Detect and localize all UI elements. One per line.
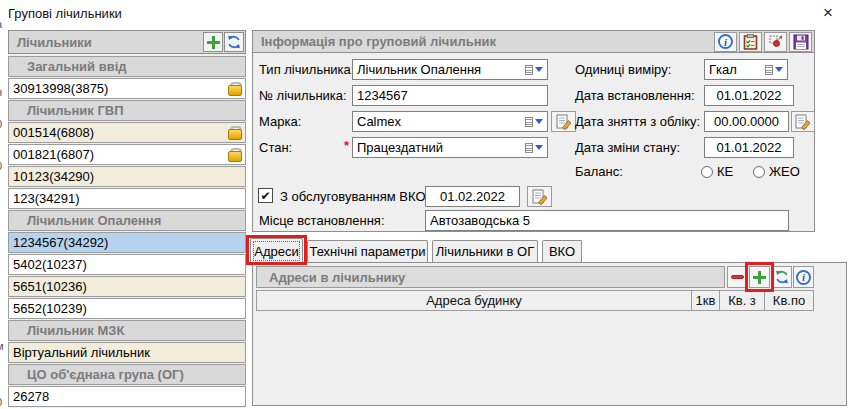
tab-tech-params[interactable]: Технічні параметри [307, 240, 428, 262]
radio-icon [753, 166, 765, 178]
meter-number-input[interactable]: 1234567 [352, 85, 548, 106]
sidebar-meter-item[interactable]: 5652(10239) [8, 298, 246, 319]
refresh-icon [227, 35, 241, 49]
state-label: Стан: [259, 140, 292, 155]
info-panel-header: Інформація про груповий лічильник i [253, 31, 814, 53]
edit-icon [556, 114, 572, 130]
edge-fragment: 0 [0, 160, 2, 172]
lock-icon [228, 82, 240, 96]
edge-fragment: н [0, 86, 2, 98]
addresses-table-body-empty [256, 311, 843, 402]
balance-radio-ke[interactable]: КЕ [701, 164, 733, 179]
tab-vko[interactable]: ВКО [542, 240, 582, 262]
location-input[interactable]: Автозаводська 5 [425, 210, 789, 231]
close-icon[interactable]: × [818, 3, 838, 23]
minus-icon [731, 275, 744, 279]
delete-address-button[interactable] [727, 266, 748, 288]
dropdown-icon[interactable] [525, 117, 543, 127]
save-button[interactable] [789, 32, 812, 52]
edit-vko-date-button[interactable] [527, 186, 552, 207]
node-link-icon [768, 34, 784, 50]
type-label: Тип лічильника: [259, 62, 354, 77]
meter-info-panel: Інформація про груповий лічильник i [252, 30, 815, 232]
add-address-button[interactable] [749, 266, 770, 288]
info-panel-title: Інформація про груповий лічильник [253, 34, 714, 49]
group-meters-window: Групові лічильники × а н 0 0 м 0 Лічильн… [0, 0, 854, 409]
sidebar-meter-item[interactable]: 5651(10236) [8, 276, 246, 297]
edit-brand-button[interactable] [551, 111, 576, 132]
brand-combobox[interactable]: Calmex [352, 111, 548, 132]
vko-date-input[interactable]: 01.02.2022 [425, 186, 520, 207]
edge-fragment: а [0, 18, 2, 30]
edit-icon [795, 114, 811, 130]
sidebar-group-header: Лічильник ГВП [8, 100, 246, 121]
radio-icon [701, 166, 713, 178]
check-icon: ✔ [260, 190, 270, 202]
vko-checkbox-label: З обслуговуванням ВКО [280, 189, 426, 204]
state-change-date-input[interactable]: 01.01.2022 [704, 137, 794, 158]
column-header-kv-to[interactable]: Кв.по [764, 290, 814, 311]
units-combobox[interactable]: Гкал [704, 59, 788, 80]
save-icon [793, 34, 809, 50]
sidebar-meter-item[interactable]: 10123(34290) [8, 166, 246, 187]
sidebar-group-header: Лічильник Опалення [8, 210, 246, 231]
meter-number-label: № лічильника: [259, 88, 347, 103]
column-header-1kv[interactable]: 1кв [691, 290, 720, 311]
balance-label: Баланс: [575, 164, 623, 179]
edit-icon [532, 189, 548, 205]
balance-radio-zheo[interactable]: ЖЕО [753, 164, 800, 179]
add-meter-button[interactable] [203, 32, 223, 52]
install-date-input[interactable]: 01.01.2022 [704, 85, 794, 106]
brand-label: Марка: [259, 114, 301, 129]
dropdown-icon[interactable] [525, 65, 543, 75]
meters-sidebar: Лічильники Загальний ввід 30913998(3875)… [8, 30, 246, 408]
state-change-date-label: Дата зміни стану: [575, 140, 680, 155]
sidebar-title: Лічильники [9, 35, 203, 50]
refresh-icon [775, 270, 789, 284]
refresh-meters-button[interactable] [224, 32, 244, 52]
sidebar-meter-item[interactable]: Віртуальний лічильник [8, 342, 246, 363]
sidebar-meter-item[interactable]: 30913998(3875) [8, 78, 246, 99]
sidebar-meter-item[interactable]: 5402(10237) [8, 254, 246, 275]
sidebar-group-header: Загальний ввід [8, 56, 246, 77]
edge-fragment: м [0, 340, 4, 352]
sidebar-meter-item[interactable]: 26278 [8, 386, 246, 407]
lock-icon [228, 148, 240, 162]
dropdown-icon[interactable] [765, 65, 783, 75]
edge-fragment: 0 [0, 396, 2, 406]
sidebar-meter-item-selected[interactable]: 1234567(34292) [8, 232, 246, 253]
addresses-panel-title: Адреси в лічильнику [257, 270, 405, 285]
checklist-button[interactable] [739, 32, 762, 52]
info-icon: i [718, 34, 733, 49]
state-combobox[interactable]: Працездатний [352, 137, 548, 158]
column-header-address[interactable]: Адреса будинку [256, 290, 692, 311]
tab-meters-in-og[interactable]: Лічильники в ОГ [432, 240, 538, 262]
tab-addresses[interactable]: Адреси [250, 238, 303, 264]
node-link-button[interactable] [764, 32, 787, 52]
meter-type-combobox[interactable]: Лічильник Опалення [352, 59, 548, 80]
window-title: Групові лічильники [8, 6, 122, 21]
plus-icon [207, 36, 220, 49]
sidebar-group-header: Лічильник МЗК [8, 320, 246, 341]
removal-date-input[interactable]: 00.00.0000 [704, 111, 789, 132]
lock-icon [228, 126, 240, 140]
plus-icon [753, 271, 766, 284]
column-header-kv-from[interactable]: Кв. з [719, 290, 765, 311]
edit-removal-date-button[interactable] [791, 111, 815, 132]
sidebar-meter-item[interactable]: 001821(6807) [8, 144, 246, 165]
sidebar-meter-item[interactable]: 001514(6808) [8, 122, 246, 143]
refresh-addresses-button[interactable] [771, 266, 792, 288]
install-date-label: Дата встановлення: [575, 88, 695, 103]
sidebar-header: Лічильники [8, 30, 246, 54]
sidebar-meter-item[interactable]: 123(34291) [8, 188, 246, 209]
vko-checkbox[interactable]: ✔ [258, 188, 273, 203]
edge-fragment: 0 [0, 118, 2, 130]
addresses-tab-page: Адреси в лічильнику i Адреса будинку 1кв [252, 262, 847, 406]
checklist-icon [743, 34, 758, 50]
location-label: Місце встановлення: [259, 213, 385, 228]
dropdown-icon[interactable] [525, 143, 543, 153]
address-info-button[interactable]: i [793, 266, 814, 288]
background-window-sliver: а н 0 0 м 0 [0, 14, 6, 406]
info-button[interactable]: i [714, 32, 737, 52]
required-asterisk: * [344, 138, 349, 153]
